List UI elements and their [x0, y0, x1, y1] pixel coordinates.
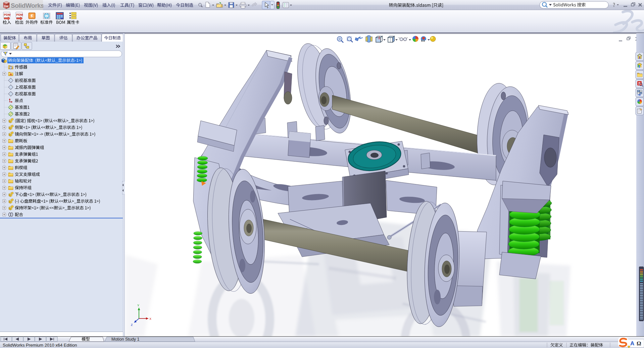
svg-text:Ω: Ω — [637, 340, 641, 347]
svg-text:A: A — [630, 340, 634, 347]
svg-text:Motion Study 1: Motion Study 1 — [111, 337, 139, 342]
svg-text:Y: Y — [137, 304, 139, 307]
svg-text:X: X — [149, 317, 151, 321]
svg-text:PDM: PDM — [16, 13, 23, 16]
svg-text:Z: Z — [131, 323, 133, 327]
svg-text:A: A — [10, 73, 12, 76]
svg-text:PDM: PDM — [4, 13, 11, 16]
svg-text:SolidWorks Premium 2010 x64 Ed: SolidWorks Premium 2010 x64 Edition — [3, 343, 77, 348]
